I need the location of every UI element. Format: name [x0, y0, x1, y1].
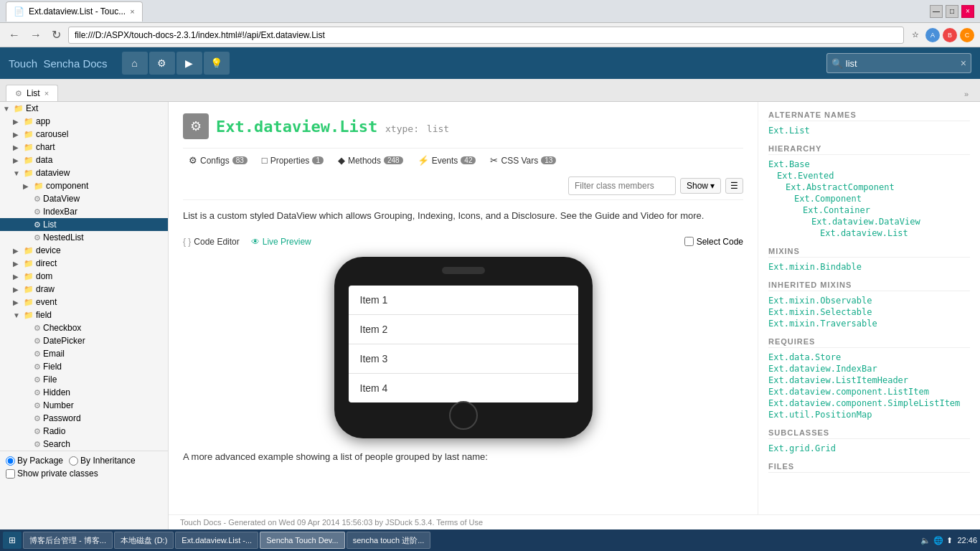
- sidebar-item-indexbar[interactable]: ⚙IndexBar: [0, 205, 168, 218]
- requires-link[interactable]: Ext.dataview.IndexBar: [768, 364, 970, 374]
- header-search: 🔍 ×: [826, 53, 971, 73]
- sidebar-item-field[interactable]: ▼📁field: [0, 309, 168, 321]
- requires-link[interactable]: Ext.dataview.component.ListItem: [768, 387, 970, 397]
- sidebar-item-nestedlist[interactable]: ⚙NestedList: [0, 231, 168, 244]
- inherited-mixin-link[interactable]: Ext.mixin.Traversable: [768, 319, 970, 329]
- by-inheritance-option[interactable]: By Inheritance: [69, 456, 136, 466]
- hierarchy-link[interactable]: Ext.Evented: [768, 171, 970, 181]
- filter-class-members-input[interactable]: [568, 176, 676, 195]
- sidebar-item-component[interactable]: ▶📁component: [0, 179, 168, 192]
- list-view-button[interactable]: ☰: [725, 178, 743, 194]
- inherited-mixin-link[interactable]: Ext.mixin.Observable: [768, 296, 970, 306]
- select-code-checkbox[interactable]: [684, 237, 694, 246]
- sidebar-item-carousel[interactable]: ▶📁carousel: [0, 128, 168, 141]
- search-input[interactable]: [846, 58, 961, 69]
- requires-link[interactable]: Ext.dataview.component.SimpleListItem: [768, 398, 970, 408]
- sidebar-item-dataview[interactable]: ⚙DataView: [0, 192, 168, 205]
- properties-count: 1: [312, 156, 324, 164]
- requires-link[interactable]: Ext.util.PositionMap: [768, 410, 970, 420]
- nav-video-button[interactable]: ▶: [176, 52, 202, 75]
- inherited-mixin-link[interactable]: Ext.mixin.Selectable: [768, 307, 970, 317]
- requires-link[interactable]: Ext.dataview.ListItemHeader: [768, 375, 970, 385]
- show-private-option[interactable]: Show private classes: [6, 468, 162, 479]
- sidebar-item-event[interactable]: ▶📁event: [0, 296, 168, 309]
- hierarchy-link[interactable]: Ext.Component: [768, 194, 970, 204]
- live-preview-toggle[interactable]: 👁 Live Preview: [251, 237, 311, 247]
- select-code-toggle[interactable]: Select Code: [684, 237, 743, 247]
- extension-icon-3[interactable]: C: [960, 28, 974, 42]
- sidebar-item-field[interactable]: ⚙Field: [0, 360, 168, 373]
- extension-icon-1[interactable]: A: [925, 28, 940, 42]
- sidebar-item-device[interactable]: ▶📁device: [0, 244, 168, 257]
- filter-item-methods[interactable]: ◆ Methods 248: [332, 153, 409, 168]
- nav-home-button[interactable]: ⌂: [122, 52, 148, 75]
- reload-button[interactable]: ↻: [49, 27, 64, 43]
- sidebar-item-chart[interactable]: ▶📁chart: [0, 141, 168, 154]
- subclass-link[interactable]: Ext.grid.Grid: [768, 443, 970, 453]
- sidebar-item-checkbox[interactable]: ⚙Checkbox: [0, 321, 168, 334]
- tab-bar: 📄 Ext.dataview.List - Touc... ×: [6, 1, 143, 22]
- sidebar-item-dataview[interactable]: ▼📁dataview: [0, 166, 168, 179]
- tree-item-label: data: [36, 155, 165, 165]
- sidebar-item-datepicker[interactable]: ⚙DatePicker: [0, 334, 168, 347]
- code-editor-toggle[interactable]: { } Code Editor: [183, 237, 240, 247]
- address-bar[interactable]: [68, 27, 904, 44]
- phone-screen: Item 1Item 2Item 3Item 4: [349, 286, 578, 402]
- nav-gear-button[interactable]: ⚙: [149, 52, 175, 75]
- tree-item-label: Checkbox: [43, 323, 165, 333]
- hierarchy-link[interactable]: Ext.Base: [768, 159, 970, 169]
- sidebar-item-ext[interactable]: ▼📁Ext: [0, 102, 168, 115]
- doc-tab-list[interactable]: ⚙ List ×: [6, 85, 58, 101]
- sidebar-item-number[interactable]: ⚙Number: [0, 399, 168, 412]
- sidebar-item-email[interactable]: ⚙Email: [0, 347, 168, 360]
- sidebar-item-radio[interactable]: ⚙Radio: [0, 425, 168, 438]
- mixin-link[interactable]: Ext.mixin.Bindable: [768, 262, 970, 272]
- sidebar-item-data[interactable]: ▶📁data: [0, 154, 168, 166]
- sidebar-item-direct[interactable]: ▶📁direct: [0, 257, 168, 270]
- forward-button[interactable]: →: [27, 27, 44, 43]
- phone-home-button[interactable]: [449, 401, 478, 430]
- doc-tab-expand[interactable]: »: [958, 87, 974, 101]
- window-maximize[interactable]: □: [946, 5, 958, 18]
- sidebar-item-list[interactable]: ⚙List: [0, 218, 168, 231]
- nav-lightbulb-button[interactable]: 💡: [204, 52, 230, 75]
- sidebar-item-password[interactable]: ⚙Password: [0, 412, 168, 425]
- sidebar-item-search[interactable]: ⚙Search: [0, 438, 168, 451]
- requires-link[interactable]: Ext.data.Store: [768, 352, 970, 362]
- bookmark-icon[interactable]: ☆: [908, 28, 923, 42]
- search-clear-icon[interactable]: ×: [961, 57, 966, 69]
- alternate-name-link[interactable]: Ext.List: [768, 126, 970, 136]
- methods-label: Methods: [348, 156, 381, 166]
- hierarchy-link[interactable]: Ext.dataview.DataView: [768, 217, 970, 227]
- filter-item-events[interactable]: ⚡ Events 42: [412, 153, 482, 168]
- filter-item-configs[interactable]: ⚙ Configs 83: [183, 153, 253, 168]
- sidebar-item-file[interactable]: ⚙File: [0, 373, 168, 386]
- api-title-row: ⚙ Ext.dataview.List xtype: list: [183, 113, 743, 139]
- browser-tab[interactable]: 📄 Ext.dataview.List - Touc... ×: [6, 1, 143, 22]
- extension-icon-2[interactable]: B: [943, 28, 957, 42]
- browser-tab-close[interactable]: ×: [130, 7, 134, 16]
- tree-item-label: Hidden: [43, 387, 165, 397]
- back-button[interactable]: ←: [6, 27, 23, 43]
- doc-tab-close[interactable]: ×: [44, 89, 49, 98]
- sidebar-item-app[interactable]: ▶📁app: [0, 115, 168, 128]
- filter-item-properties[interactable]: □ Properties 1: [256, 153, 329, 168]
- hierarchy-link[interactable]: Ext.AbstractComponent: [768, 182, 970, 192]
- window-close[interactable]: ×: [961, 5, 974, 18]
- gear-icon: ⚙: [34, 401, 41, 410]
- tree-arrow-icon: ▶: [13, 298, 22, 306]
- content-inner: ⚙ Ext.dataview.List xtype: list ⚙ Config…: [169, 102, 758, 485]
- window-minimize[interactable]: —: [930, 5, 943, 18]
- show-button[interactable]: Show ▾: [680, 178, 721, 194]
- sidebar-item-draw[interactable]: ▶📁draw: [0, 283, 168, 296]
- tree-item-label: Search: [43, 439, 165, 449]
- gear-icon: ⚙: [34, 375, 41, 385]
- filter-item-css_vars[interactable]: ✂ CSS Vars 13: [484, 153, 562, 168]
- hierarchy-link[interactable]: Ext.dataview.List: [768, 228, 970, 238]
- sidebar-item-hidden[interactable]: ⚙Hidden: [0, 386, 168, 399]
- sidebar-item-dom[interactable]: ▶📁dom: [0, 270, 168, 283]
- tree-item-label: chart: [36, 142, 165, 152]
- hierarchy-link[interactable]: Ext.Container: [768, 205, 970, 215]
- tree-item-label: Ext: [26, 103, 165, 113]
- by-package-option[interactable]: By Package: [6, 456, 63, 466]
